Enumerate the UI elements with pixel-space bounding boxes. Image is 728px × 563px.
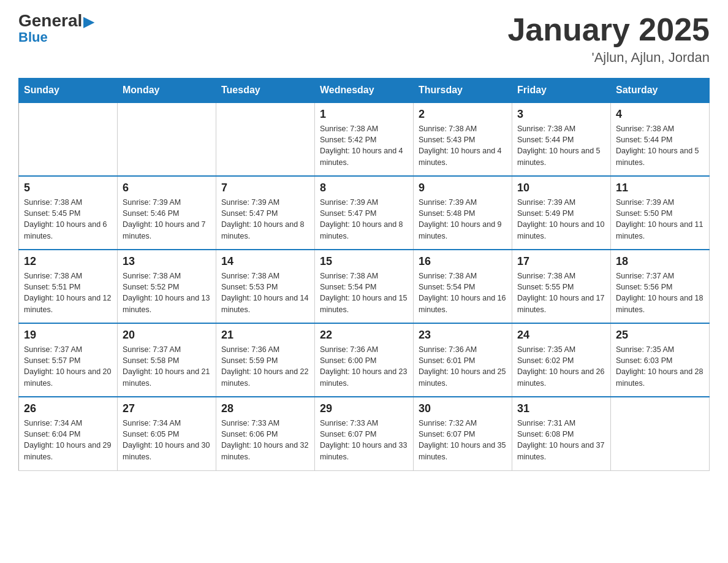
calendar-table: Sunday Monday Tuesday Wednesday Thursday… xyxy=(18,78,710,471)
calendar-week-row: 12Sunrise: 7:38 AM Sunset: 5:51 PM Dayli… xyxy=(19,250,710,323)
calendar-cell xyxy=(19,102,118,176)
day-sun-info: Sunrise: 7:38 AM Sunset: 5:51 PM Dayligh… xyxy=(24,270,112,315)
calendar-cell: 29Sunrise: 7:33 AM Sunset: 6:07 PM Dayli… xyxy=(315,397,414,470)
day-number: 4 xyxy=(616,108,704,121)
day-sun-info: Sunrise: 7:38 AM Sunset: 5:42 PM Dayligh… xyxy=(320,123,408,168)
calendar-cell: 16Sunrise: 7:38 AM Sunset: 5:54 PM Dayli… xyxy=(414,250,512,323)
day-sun-info: Sunrise: 7:39 AM Sunset: 5:48 PM Dayligh… xyxy=(419,197,507,242)
logo-blue-text: Blue xyxy=(18,31,48,44)
day-sun-info: Sunrise: 7:39 AM Sunset: 5:50 PM Dayligh… xyxy=(616,197,704,242)
calendar-cell xyxy=(216,102,315,176)
day-number: 16 xyxy=(419,255,507,268)
day-number: 7 xyxy=(221,182,309,194)
logo-general-text: General▶ xyxy=(18,12,94,29)
day-sun-info: Sunrise: 7:34 AM Sunset: 6:05 PM Dayligh… xyxy=(123,418,211,462)
day-sun-info: Sunrise: 7:36 AM Sunset: 6:01 PM Dayligh… xyxy=(419,344,507,389)
calendar-cell: 2Sunrise: 7:38 AM Sunset: 5:43 PM Daylig… xyxy=(414,102,512,176)
day-number: 6 xyxy=(123,182,211,194)
calendar-cell: 3Sunrise: 7:38 AM Sunset: 5:44 PM Daylig… xyxy=(512,102,611,176)
day-number: 9 xyxy=(419,182,507,194)
logo: General▶ Blue xyxy=(18,12,94,44)
logo-arrow-icon: ▶ xyxy=(83,15,94,29)
title-block: January 2025 'Ajlun, Ajlun, Jordan xyxy=(507,12,710,66)
calendar-cell: 23Sunrise: 7:36 AM Sunset: 6:01 PM Dayli… xyxy=(414,323,512,397)
day-sun-info: Sunrise: 7:39 AM Sunset: 5:46 PM Dayligh… xyxy=(123,197,211,242)
calendar-cell: 25Sunrise: 7:35 AM Sunset: 6:03 PM Dayli… xyxy=(611,323,710,397)
day-number: 15 xyxy=(320,255,408,268)
day-number: 14 xyxy=(221,255,309,268)
calendar-cell: 8Sunrise: 7:39 AM Sunset: 5:47 PM Daylig… xyxy=(315,176,414,250)
day-number: 1 xyxy=(320,108,408,121)
day-number: 31 xyxy=(517,402,605,415)
day-number: 12 xyxy=(24,255,112,268)
calendar-cell xyxy=(611,397,710,470)
calendar-cell: 21Sunrise: 7:36 AM Sunset: 5:59 PM Dayli… xyxy=(216,323,315,397)
day-sun-info: Sunrise: 7:37 AM Sunset: 5:58 PM Dayligh… xyxy=(123,344,211,389)
calendar-cell: 13Sunrise: 7:38 AM Sunset: 5:52 PM Dayli… xyxy=(118,250,216,323)
calendar-cell: 1Sunrise: 7:38 AM Sunset: 5:42 PM Daylig… xyxy=(315,102,414,176)
calendar-cell: 27Sunrise: 7:34 AM Sunset: 6:05 PM Dayli… xyxy=(118,397,216,470)
calendar-cell xyxy=(118,102,216,176)
day-sun-info: Sunrise: 7:33 AM Sunset: 6:07 PM Dayligh… xyxy=(320,418,408,462)
calendar-cell: 17Sunrise: 7:38 AM Sunset: 5:55 PM Dayli… xyxy=(512,250,611,323)
calendar-cell: 10Sunrise: 7:39 AM Sunset: 5:49 PM Dayli… xyxy=(512,176,611,250)
day-number: 21 xyxy=(221,329,309,342)
day-sun-info: Sunrise: 7:38 AM Sunset: 5:55 PM Dayligh… xyxy=(517,270,605,315)
calendar-cell: 19Sunrise: 7:37 AM Sunset: 5:57 PM Dayli… xyxy=(19,323,118,397)
calendar-cell: 30Sunrise: 7:32 AM Sunset: 6:07 PM Dayli… xyxy=(414,397,512,470)
calendar-week-row: 26Sunrise: 7:34 AM Sunset: 6:04 PM Dayli… xyxy=(19,397,710,470)
calendar-cell: 26Sunrise: 7:34 AM Sunset: 6:04 PM Dayli… xyxy=(19,397,118,470)
calendar-cell: 12Sunrise: 7:38 AM Sunset: 5:51 PM Dayli… xyxy=(19,250,118,323)
day-number: 10 xyxy=(517,182,605,194)
day-number: 17 xyxy=(517,255,605,268)
col-header-tuesday: Tuesday xyxy=(216,79,315,103)
day-number: 27 xyxy=(123,402,211,415)
calendar-week-row: 1Sunrise: 7:38 AM Sunset: 5:42 PM Daylig… xyxy=(19,102,710,176)
col-header-sunday: Sunday xyxy=(19,79,118,103)
day-number: 13 xyxy=(123,255,211,268)
day-sun-info: Sunrise: 7:38 AM Sunset: 5:45 PM Dayligh… xyxy=(24,197,112,242)
calendar-body: 1Sunrise: 7:38 AM Sunset: 5:42 PM Daylig… xyxy=(19,102,710,470)
col-header-friday: Friday xyxy=(512,79,611,103)
calendar-header: Sunday Monday Tuesday Wednesday Thursday… xyxy=(19,79,710,103)
calendar-cell: 4Sunrise: 7:38 AM Sunset: 5:44 PM Daylig… xyxy=(611,102,710,176)
day-number: 28 xyxy=(221,402,309,415)
day-sun-info: Sunrise: 7:39 AM Sunset: 5:49 PM Dayligh… xyxy=(517,197,605,242)
day-number: 29 xyxy=(320,402,408,415)
calendar-cell: 22Sunrise: 7:36 AM Sunset: 6:00 PM Dayli… xyxy=(315,323,414,397)
day-sun-info: Sunrise: 7:36 AM Sunset: 5:59 PM Dayligh… xyxy=(221,344,309,389)
day-sun-info: Sunrise: 7:32 AM Sunset: 6:07 PM Dayligh… xyxy=(419,418,507,462)
day-sun-info: Sunrise: 7:38 AM Sunset: 5:52 PM Dayligh… xyxy=(123,270,211,315)
calendar-cell: 5Sunrise: 7:38 AM Sunset: 5:45 PM Daylig… xyxy=(19,176,118,250)
calendar-subtitle: 'Ajlun, Ajlun, Jordan xyxy=(507,50,710,66)
calendar-cell: 28Sunrise: 7:33 AM Sunset: 6:06 PM Dayli… xyxy=(216,397,315,470)
calendar-week-row: 5Sunrise: 7:38 AM Sunset: 5:45 PM Daylig… xyxy=(19,176,710,250)
day-number: 22 xyxy=(320,329,408,342)
day-number: 2 xyxy=(419,108,507,121)
day-number: 11 xyxy=(616,182,704,194)
day-number: 26 xyxy=(24,402,112,415)
day-number: 23 xyxy=(419,329,507,342)
day-sun-info: Sunrise: 7:38 AM Sunset: 5:54 PM Dayligh… xyxy=(419,270,507,315)
day-sun-info: Sunrise: 7:33 AM Sunset: 6:06 PM Dayligh… xyxy=(221,418,309,462)
calendar-cell: 15Sunrise: 7:38 AM Sunset: 5:54 PM Dayli… xyxy=(315,250,414,323)
calendar-cell: 24Sunrise: 7:35 AM Sunset: 6:02 PM Dayli… xyxy=(512,323,611,397)
calendar-title: January 2025 xyxy=(507,12,710,47)
header-row: Sunday Monday Tuesday Wednesday Thursday… xyxy=(19,79,710,103)
day-sun-info: Sunrise: 7:35 AM Sunset: 6:03 PM Dayligh… xyxy=(616,344,704,389)
col-header-thursday: Thursday xyxy=(414,79,512,103)
col-header-wednesday: Wednesday xyxy=(315,79,414,103)
calendar-cell: 18Sunrise: 7:37 AM Sunset: 5:56 PM Dayli… xyxy=(611,250,710,323)
day-number: 20 xyxy=(123,329,211,342)
calendar-cell: 9Sunrise: 7:39 AM Sunset: 5:48 PM Daylig… xyxy=(414,176,512,250)
day-sun-info: Sunrise: 7:31 AM Sunset: 6:08 PM Dayligh… xyxy=(517,418,605,462)
calendar-cell: 14Sunrise: 7:38 AM Sunset: 5:53 PM Dayli… xyxy=(216,250,315,323)
col-header-monday: Monday xyxy=(118,79,216,103)
calendar-cell: 20Sunrise: 7:37 AM Sunset: 5:58 PM Dayli… xyxy=(118,323,216,397)
day-sun-info: Sunrise: 7:35 AM Sunset: 6:02 PM Dayligh… xyxy=(517,344,605,389)
day-number: 25 xyxy=(616,329,704,342)
day-sun-info: Sunrise: 7:36 AM Sunset: 6:00 PM Dayligh… xyxy=(320,344,408,389)
day-number: 24 xyxy=(517,329,605,342)
day-sun-info: Sunrise: 7:38 AM Sunset: 5:44 PM Dayligh… xyxy=(517,123,605,168)
calendar-week-row: 19Sunrise: 7:37 AM Sunset: 5:57 PM Dayli… xyxy=(19,323,710,397)
